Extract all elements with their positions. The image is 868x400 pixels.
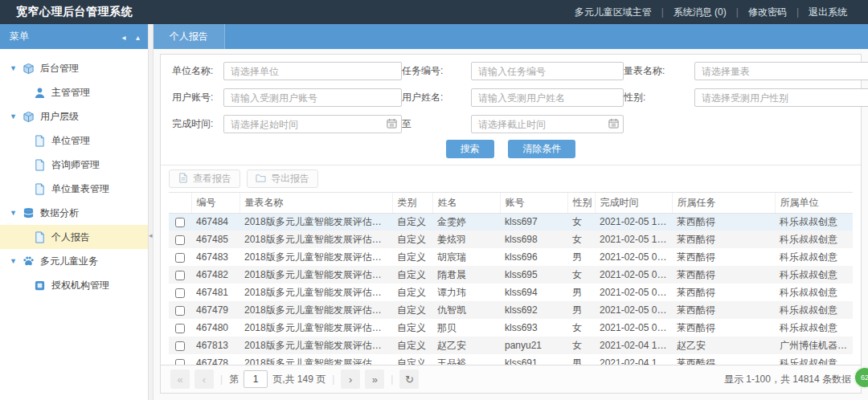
finish-time-label: 完成时间: bbox=[172, 117, 223, 131]
table-row[interactable]: 4674822018版多元儿童智能发展评估量表（6-1...自定义隋君晨klss… bbox=[169, 266, 853, 284]
file-icon bbox=[34, 183, 46, 195]
caret-down-icon[interactable]: ▼ bbox=[10, 112, 23, 120]
search-button[interactable]: 搜索 bbox=[446, 140, 494, 158]
unit-name-label: 单位名称: bbox=[172, 64, 223, 78]
last-page-button[interactable]: » bbox=[365, 369, 384, 389]
header-link-1[interactable]: 系统消息 (0) bbox=[664, 6, 736, 19]
cell-task: 赵乙安 bbox=[672, 337, 775, 354]
sidebar-group-3[interactable]: ▼多元儿童业务 bbox=[0, 249, 148, 273]
start-date-input[interactable] bbox=[223, 115, 402, 133]
sidebar-group-label: 用户层级 bbox=[40, 110, 79, 124]
sidebar-item-单位管理[interactable]: 单位管理 bbox=[0, 129, 148, 153]
sidebar-group-2[interactable]: ▼数据分析 bbox=[0, 201, 148, 225]
cube-icon bbox=[23, 111, 35, 123]
col-header-编号[interactable]: 编号 bbox=[191, 193, 240, 213]
col-header-所属单位[interactable]: 所属单位 bbox=[775, 193, 853, 213]
row-checkbox[interactable] bbox=[175, 288, 185, 298]
calendar-icon[interactable] bbox=[608, 118, 619, 131]
col-header-账号[interactable]: 账号 bbox=[500, 193, 567, 213]
table-row[interactable]: 4674802018版多元儿童智能发展评估量表（6-1...自定义那贝klss6… bbox=[169, 319, 853, 337]
calendar-icon[interactable] bbox=[387, 118, 397, 131]
cell-scale-name: 2018版多元儿童智能发展评估量表（6-1... bbox=[240, 231, 392, 248]
sidebar-item-授权机构管理[interactable]: 授权机构管理 bbox=[0, 273, 148, 297]
cell-name: 金雯婷 bbox=[432, 213, 500, 231]
sidebar-group-1[interactable]: ▼用户层级 bbox=[0, 104, 148, 129]
collapse-left-icon[interactable]: ◂ bbox=[122, 33, 126, 42]
cell-name: 那贝 bbox=[432, 319, 500, 337]
sidebar-title: 菜单 bbox=[10, 30, 29, 43]
caret-down-icon[interactable]: ▼ bbox=[10, 64, 23, 72]
row-select-cell bbox=[169, 213, 191, 231]
cell-task: 莱西酷得 bbox=[672, 231, 775, 248]
refresh-icon[interactable]: ↻ bbox=[399, 369, 419, 389]
row-checkbox[interactable] bbox=[175, 324, 185, 333]
cell-unit: 科乐叔叔创意 bbox=[775, 284, 853, 301]
results-table: 编号量表名称类别姓名账号性别完成时间所属任务所属单位 4674842018版多元… bbox=[169, 192, 853, 365]
sidebar-splitter[interactable]: ◂ bbox=[148, 24, 154, 400]
col-header-性别[interactable]: 性别 bbox=[567, 193, 595, 213]
cell-category: 自定义 bbox=[392, 301, 432, 319]
next-page-button[interactable]: › bbox=[341, 369, 360, 389]
page-suffix-label: 页,共 149 页 bbox=[272, 373, 326, 386]
cell-category: 自定义 bbox=[392, 248, 432, 266]
scale-name-input[interactable] bbox=[694, 62, 868, 80]
view-report-label: 查看报告 bbox=[193, 172, 231, 186]
collapse-up-icon[interactable]: ▴ bbox=[136, 33, 140, 42]
row-checkbox[interactable] bbox=[175, 253, 185, 263]
tab-personal-report[interactable]: 个人报告 bbox=[154, 24, 225, 49]
splitter-collapse-icon[interactable]: ◂ bbox=[149, 231, 153, 239]
row-checkbox[interactable] bbox=[175, 271, 185, 280]
view-report-button[interactable]: 查看报告 bbox=[169, 169, 240, 188]
col-header-量表名称[interactable]: 量表名称 bbox=[240, 193, 392, 213]
table-row[interactable]: 4674842018版多元儿童智能发展评估量表（6-1...自定义金雯婷klss… bbox=[169, 213, 853, 231]
app-icon bbox=[34, 280, 46, 292]
sidebar-item-个人报告[interactable]: 个人报告 bbox=[0, 225, 148, 249]
sidebar-item-label: 主管管理 bbox=[51, 86, 90, 100]
sidebar-item-label: 单位量表管理 bbox=[51, 182, 109, 196]
sidebar-item-咨询师管理[interactable]: 咨询师管理 bbox=[0, 153, 148, 177]
unit-name-input[interactable] bbox=[223, 62, 402, 80]
table-row[interactable]: 4678132018版多元儿童智能发展评估量表（6-1...自定义赵乙安pany… bbox=[169, 337, 853, 354]
caret-down-icon[interactable]: ▼ bbox=[10, 209, 23, 217]
header-link-3[interactable]: 退出系统 bbox=[799, 6, 857, 19]
col-header-类别[interactable]: 类别 bbox=[392, 193, 432, 213]
col-header-所属任务[interactable]: 所属任务 bbox=[672, 193, 775, 213]
sidebar: 菜单 ◂ ▴ ▼后台管理主管管理▼用户层级单位管理咨询师管理单位量表管理▼数据分… bbox=[0, 24, 148, 400]
col-header-姓名[interactable]: 姓名 bbox=[432, 193, 500, 213]
task-id-input[interactable] bbox=[471, 62, 624, 80]
sidebar-item-单位量表管理[interactable]: 单位量表管理 bbox=[0, 177, 148, 201]
cell-category: 自定义 bbox=[392, 231, 432, 248]
row-checkbox[interactable] bbox=[175, 235, 185, 245]
prev-page-button[interactable]: ‹ bbox=[194, 369, 214, 389]
gender-select[interactable] bbox=[694, 88, 868, 107]
select-column-header bbox=[169, 193, 191, 213]
row-checkbox[interactable] bbox=[175, 218, 185, 227]
page-number-input[interactable] bbox=[244, 370, 268, 388]
caret-down-icon[interactable]: ▼ bbox=[10, 257, 23, 265]
export-report-button[interactable]: 导出报告 bbox=[247, 169, 318, 188]
table-row[interactable]: 4674832018版多元儿童智能发展评估量表（6-1...自定义胡宸瑞klss… bbox=[169, 248, 853, 266]
content-panel: 单位名称: 任务编号: 量表名称: 用户账号: 用户姓名: 性别: ▼ bbox=[160, 54, 862, 394]
scale-name-label: 量表名称: bbox=[624, 64, 694, 78]
col-header-完成时间[interactable]: 完成时间 bbox=[595, 193, 672, 213]
header-link-0[interactable]: 多元儿童区域主管 bbox=[565, 6, 661, 19]
sidebar-item-主管管理[interactable]: 主管管理 bbox=[0, 80, 148, 104]
page-prefix-label: 第 bbox=[229, 373, 239, 386]
table-row[interactable]: 4674812018版多元儿童智能发展评估量表（6-1...自定义谭力玮klss… bbox=[169, 284, 853, 301]
user-name-input[interactable] bbox=[471, 88, 624, 107]
to-label: 至 bbox=[402, 117, 471, 131]
cell-task: 莱西酷得 bbox=[672, 319, 775, 337]
clear-conditions-button[interactable]: 清除条件 bbox=[508, 140, 575, 158]
end-date-input[interactable] bbox=[471, 115, 624, 133]
first-page-button[interactable]: « bbox=[170, 369, 190, 389]
header-link-2[interactable]: 修改密码 bbox=[739, 6, 796, 19]
table-row[interactable]: 4674792018版多元儿童智能发展评估量表（6-1...自定义仇智凯klss… bbox=[169, 301, 853, 319]
sidebar-group-0[interactable]: ▼后台管理 bbox=[0, 56, 148, 80]
row-checkbox[interactable] bbox=[175, 306, 185, 316]
tab-bar: 个人报告 bbox=[154, 24, 868, 49]
database-icon bbox=[23, 207, 35, 219]
table-row[interactable]: 4674852018版多元儿童智能发展评估量表（6-1...自定义姜炫羽klss… bbox=[169, 231, 853, 248]
row-checkbox[interactable] bbox=[175, 341, 185, 351]
sidebar-item-label: 个人报告 bbox=[51, 231, 90, 244]
user-account-input[interactable] bbox=[223, 88, 402, 107]
